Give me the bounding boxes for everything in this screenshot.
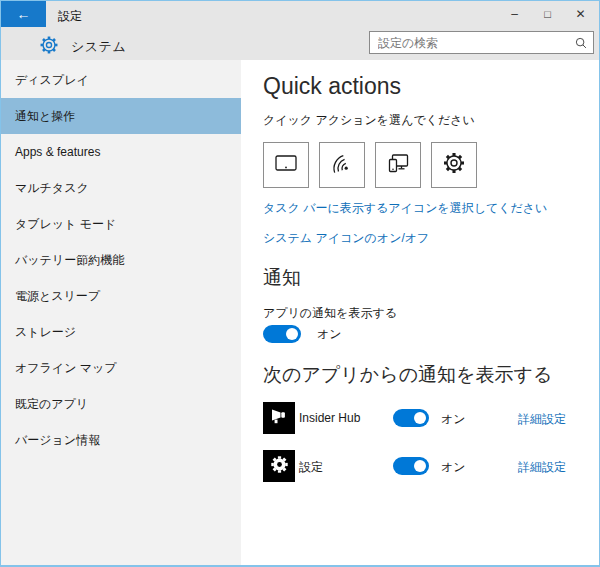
quick-actions-subtitle: クイック アクションを選んでください — [263, 112, 475, 129]
sidebar-item-display[interactable]: ディスプレイ — [1, 62, 241, 98]
taskbar-icons-link[interactable]: タスク バーに表示するアイコンを選択してください — [263, 200, 547, 217]
settings-app-toggle-state: オン — [441, 459, 466, 476]
app-name: 設定 — [299, 459, 323, 476]
gear-icon — [269, 454, 290, 479]
app-notification-row-settings: 設定 オン 詳細設定 — [263, 450, 593, 482]
search-input[interactable] — [370, 32, 571, 53]
system-gear-icon — [38, 34, 60, 56]
arrow-left-icon: ← — [17, 6, 31, 22]
settings-window: ← 設定 – □ ✕ — [0, 0, 600, 567]
toggle-knob — [286, 328, 298, 340]
toggle-knob — [414, 460, 426, 472]
quick-action-tile-all-settings[interactable] — [431, 142, 477, 188]
system-icons-link[interactable]: システム アイコンのオン/オフ — [263, 230, 429, 247]
sidebar-item-battery-saver[interactable]: バッテリー節約機能 — [1, 242, 241, 278]
sidebar-item-storage[interactable]: ストレージ — [1, 314, 241, 350]
quick-action-tiles — [263, 142, 477, 188]
per-app-notifications-title: 次のアプリからの通知を表示する — [263, 362, 552, 388]
app-notifications-toggle-state: オン — [317, 326, 342, 343]
sidebar-item-offline-maps[interactable]: オフライン マップ — [1, 350, 241, 386]
close-icon: ✕ — [575, 7, 585, 21]
app-notifications-toggle-row: オン — [263, 325, 342, 343]
insider-hub-toggle-state: オン — [441, 411, 466, 428]
search-box — [369, 31, 594, 54]
main-content: Quick actions クイック アクションを選んでください — [241, 60, 599, 565]
tablet-icon — [273, 150, 299, 180]
window-controls: – □ ✕ — [498, 1, 597, 27]
sidebar-item-default-apps[interactable]: 既定のアプリ — [1, 386, 241, 422]
settings-app-icon — [263, 450, 295, 482]
sidebar-item-about[interactable]: バージョン情報 — [1, 422, 241, 458]
search-icon[interactable] — [571, 33, 591, 53]
sidebar: ディスプレイ 通知と操作 Apps & features マルチタスク タブレッ… — [1, 60, 241, 565]
app-name: Insider Hub — [299, 411, 360, 425]
quick-action-tile-connect[interactable] — [375, 142, 421, 188]
sidebar-item-multitasking[interactable]: マルチタスク — [1, 170, 241, 206]
sidebar-item-notifications-actions[interactable]: 通知と操作 — [1, 98, 241, 134]
page-title: システム — [71, 38, 126, 56]
quick-action-tile-wireless[interactable] — [319, 142, 365, 188]
maximize-icon: □ — [544, 8, 551, 20]
app-notifications-toggle[interactable] — [263, 325, 301, 343]
connect-icon — [385, 150, 411, 180]
app-notification-row-insider-hub: Insider Hub オン 詳細設定 — [263, 402, 593, 434]
back-button[interactable]: ← — [1, 1, 46, 27]
show-app-notifications-label: アプリの通知を表示する — [263, 305, 397, 322]
insider-hub-advanced-link[interactable]: 詳細設定 — [518, 411, 566, 428]
sidebar-item-tablet-mode[interactable]: タブレット モード — [1, 206, 241, 242]
gear-icon — [441, 150, 467, 180]
quick-actions-title: Quick actions — [263, 73, 401, 100]
settings-app-advanced-link[interactable]: 詳細設定 — [518, 459, 566, 476]
wireless-icon — [329, 150, 355, 180]
sidebar-item-power-sleep[interactable]: 電源とスリープ — [1, 278, 241, 314]
window-title: 設定 — [58, 8, 82, 25]
quick-action-tile-tablet-mode[interactable] — [263, 142, 309, 188]
insider-hub-toggle[interactable] — [393, 409, 429, 427]
minimize-icon: – — [511, 7, 518, 21]
toggle-knob — [414, 412, 426, 424]
close-button[interactable]: ✕ — [564, 1, 597, 27]
insider-hub-app-icon — [263, 402, 295, 434]
megaphone-icon — [269, 406, 289, 430]
titlebar: ← 設定 – □ ✕ — [1, 1, 599, 60]
sidebar-item-apps-features[interactable]: Apps & features — [1, 134, 241, 170]
settings-app-toggle[interactable] — [393, 457, 429, 475]
notifications-section-title: 通知 — [263, 265, 301, 291]
minimize-button[interactable]: – — [498, 1, 531, 27]
maximize-button[interactable]: □ — [531, 1, 564, 27]
